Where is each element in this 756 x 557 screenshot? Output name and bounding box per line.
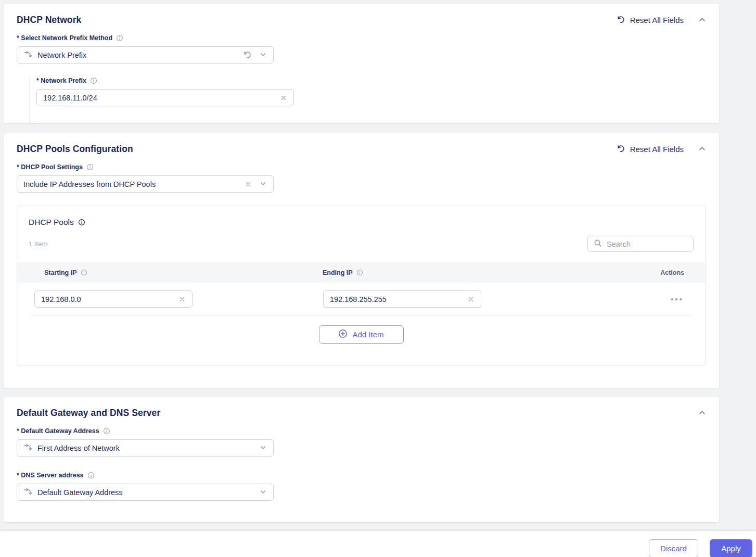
ending-ip-header: Ending IP	[323, 269, 353, 276]
chevron-down-icon[interactable]	[259, 488, 267, 497]
clear-x-icon[interactable]	[280, 94, 287, 102]
nested-field-connector	[30, 76, 34, 123]
info-icon[interactable]	[116, 34, 123, 42]
add-item-button[interactable]: Add Item	[319, 325, 404, 344]
prefix-method-label: * Select Network Prefix Method	[17, 34, 112, 42]
network-prefix-method-select[interactable]: Network Prefix	[17, 46, 274, 64]
gateway-address-select[interactable]: First Address of Network	[17, 439, 274, 457]
starting-ip-header: Starting IP	[44, 269, 77, 276]
chevron-up-icon	[698, 15, 707, 26]
apply-button[interactable]: Apply	[710, 539, 752, 557]
ending-ip-field	[323, 290, 481, 308]
add-item-label: Add Item	[352, 330, 383, 339]
reset-icon	[617, 15, 625, 26]
starting-ip-field	[34, 290, 193, 308]
chevron-up-icon	[698, 144, 707, 155]
branch-icon	[23, 50, 32, 60]
ending-ip-input[interactable]	[330, 295, 462, 303]
collapse-section-button[interactable]	[698, 408, 707, 419]
plus-circle-icon	[338, 329, 348, 340]
info-icon[interactable]	[81, 269, 87, 276]
reset-all-fields-button[interactable]: Reset All Fields	[617, 144, 684, 155]
search-icon	[594, 239, 602, 249]
branch-icon	[23, 443, 32, 453]
reset-icon	[617, 144, 625, 155]
network-prefix-label: * Network Prefix	[36, 77, 86, 84]
info-icon[interactable]	[103, 427, 110, 435]
collapse-section-button[interactable]	[698, 15, 707, 26]
dns-server-label: * DNS Server address	[17, 472, 84, 479]
info-icon[interactable]	[356, 269, 363, 276]
pool-table-row: •••	[17, 283, 705, 315]
dns-server-value: Default Gateway Address	[37, 488, 123, 497]
dhcp-pools-configuration-title: DHCP Pools Configuration	[17, 144, 133, 155]
network-prefix-field	[36, 89, 294, 106]
info-icon[interactable]	[87, 472, 95, 479]
footer-action-bar: Discard Apply	[0, 531, 756, 557]
branch-icon	[23, 487, 32, 498]
pool-settings-select[interactable]: Include IP Addresses from DHCP Pools	[17, 175, 274, 193]
dhcp-pools-configuration-card: DHCP Pools Configuration Reset All Field…	[4, 133, 719, 388]
reset-all-fields-label: Reset All Fields	[630, 145, 684, 154]
chevron-up-icon	[698, 408, 707, 419]
clear-x-icon[interactable]	[245, 181, 252, 188]
info-icon[interactable]	[78, 219, 85, 226]
chevron-down-icon[interactable]	[259, 50, 267, 60]
dhcp-pools-panel: DHCP Pools 1 item Starting IP	[17, 206, 706, 366]
chevron-down-icon[interactable]	[259, 180, 267, 189]
chevron-down-icon[interactable]	[259, 444, 267, 453]
clear-x-icon[interactable]	[178, 296, 186, 303]
network-prefix-input[interactable]	[43, 94, 275, 102]
dhcp-pools-title: DHCP Pools	[29, 218, 74, 227]
gateway-address-value: First Address of Network	[37, 444, 120, 452]
more-actions-icon[interactable]: •••	[671, 295, 684, 303]
collapse-section-button[interactable]	[698, 144, 707, 155]
prefix-method-value: Network Prefix	[37, 51, 86, 59]
reset-field-icon[interactable]	[243, 50, 252, 59]
gateway-dns-card: Default Gateway and DNS Server * Default…	[4, 397, 719, 522]
reset-all-fields-button[interactable]: Reset All Fields	[617, 15, 684, 26]
search-input[interactable]	[607, 240, 687, 248]
actions-header: Actions	[660, 269, 684, 276]
info-icon[interactable]	[86, 163, 94, 171]
reset-all-fields-label: Reset All Fields	[630, 16, 684, 24]
search-field	[587, 236, 694, 252]
pool-settings-label: * DHCP Pool Settings	[17, 163, 83, 171]
dhcp-settings-page: DHCP Network Reset All Fields * Select N…	[0, 0, 756, 557]
starting-ip-input[interactable]	[41, 295, 173, 303]
clear-x-icon[interactable]	[467, 296, 475, 303]
info-icon[interactable]	[90, 77, 97, 84]
gateway-dns-title: Default Gateway and DNS Server	[17, 408, 160, 419]
dhcp-network-title: DHCP Network	[17, 15, 81, 26]
gateway-address-label: * Default Gateway Address	[17, 427, 99, 435]
pool-settings-value: Include IP Addresses from DHCP Pools	[23, 180, 156, 188]
discard-button[interactable]: Discard	[649, 539, 698, 557]
dns-server-select[interactable]: Default Gateway Address	[17, 484, 274, 501]
item-count: 1 item	[29, 240, 48, 248]
dhcp-network-card: DHCP Network Reset All Fields * Select N…	[4, 4, 719, 123]
pools-table-header: Starting IP Ending IP Actions	[17, 262, 705, 283]
